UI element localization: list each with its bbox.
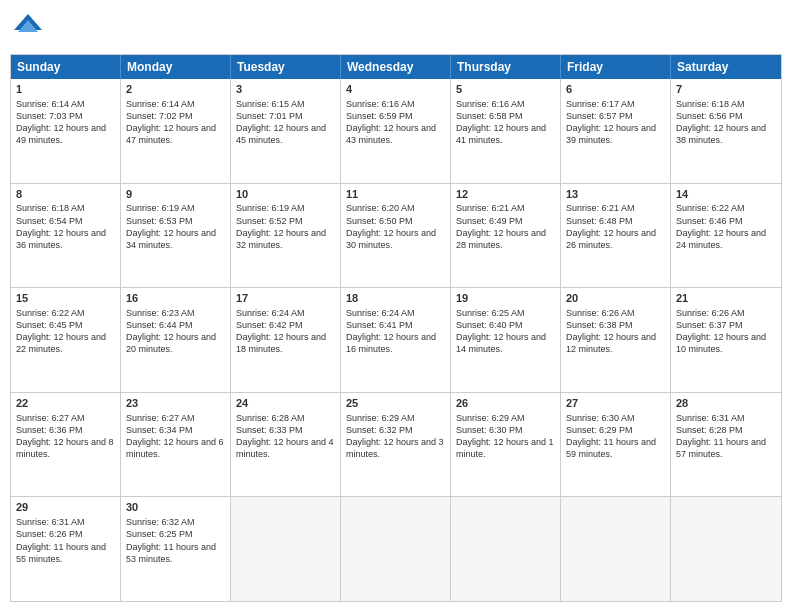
sunset: Sunset: 6:32 PM (346, 425, 413, 435)
sunrise: Sunrise: 6:32 AM (126, 517, 195, 527)
day-number: 20 (566, 291, 665, 306)
sunrise: Sunrise: 6:19 AM (236, 203, 305, 213)
daylight: Daylight: 12 hours and 16 minutes. (346, 332, 436, 354)
sunrise: Sunrise: 6:21 AM (456, 203, 525, 213)
sunrise: Sunrise: 6:15 AM (236, 99, 305, 109)
header-day-friday: Friday (561, 55, 671, 79)
sunrise: Sunrise: 6:23 AM (126, 308, 195, 318)
sunrise: Sunrise: 6:31 AM (676, 413, 745, 423)
calendar-cell: 13Sunrise: 6:21 AMSunset: 6:48 PMDayligh… (561, 184, 671, 288)
sunrise: Sunrise: 6:24 AM (346, 308, 415, 318)
daylight: Daylight: 12 hours and 20 minutes. (126, 332, 216, 354)
calendar-cell: 20Sunrise: 6:26 AMSunset: 6:38 PMDayligh… (561, 288, 671, 392)
calendar-cell (451, 497, 561, 601)
sunrise: Sunrise: 6:20 AM (346, 203, 415, 213)
sunrise: Sunrise: 6:26 AM (566, 308, 635, 318)
daylight: Daylight: 12 hours and 4 minutes. (236, 437, 334, 459)
sunset: Sunset: 6:50 PM (346, 216, 413, 226)
calendar-cell: 22Sunrise: 6:27 AMSunset: 6:36 PMDayligh… (11, 393, 121, 497)
day-number: 28 (676, 396, 776, 411)
calendar-cell: 24Sunrise: 6:28 AMSunset: 6:33 PMDayligh… (231, 393, 341, 497)
calendar-cell (231, 497, 341, 601)
sunrise: Sunrise: 6:14 AM (16, 99, 85, 109)
page: SundayMondayTuesdayWednesdayThursdayFrid… (0, 0, 792, 612)
daylight: Daylight: 12 hours and 12 minutes. (566, 332, 656, 354)
day-number: 26 (456, 396, 555, 411)
day-number: 14 (676, 187, 776, 202)
day-number: 7 (676, 82, 776, 97)
daylight: Daylight: 12 hours and 6 minutes. (126, 437, 224, 459)
daylight: Daylight: 12 hours and 38 minutes. (676, 123, 766, 145)
daylight: Daylight: 12 hours and 43 minutes. (346, 123, 436, 145)
calendar-cell: 27Sunrise: 6:30 AMSunset: 6:29 PMDayligh… (561, 393, 671, 497)
day-number: 12 (456, 187, 555, 202)
logo (10, 10, 50, 46)
daylight: Daylight: 11 hours and 55 minutes. (16, 542, 106, 564)
sunrise: Sunrise: 6:16 AM (346, 99, 415, 109)
sunrise: Sunrise: 6:31 AM (16, 517, 85, 527)
sunrise: Sunrise: 6:26 AM (676, 308, 745, 318)
calendar-cell: 21Sunrise: 6:26 AMSunset: 6:37 PMDayligh… (671, 288, 781, 392)
daylight: Daylight: 12 hours and 30 minutes. (346, 228, 436, 250)
day-number: 29 (16, 500, 115, 515)
calendar-cell: 17Sunrise: 6:24 AMSunset: 6:42 PMDayligh… (231, 288, 341, 392)
sunset: Sunset: 6:42 PM (236, 320, 303, 330)
calendar-cell: 25Sunrise: 6:29 AMSunset: 6:32 PMDayligh… (341, 393, 451, 497)
daylight: Daylight: 12 hours and 45 minutes. (236, 123, 326, 145)
sunset: Sunset: 6:29 PM (566, 425, 633, 435)
sunset: Sunset: 6:54 PM (16, 216, 83, 226)
calendar-cell: 9Sunrise: 6:19 AMSunset: 6:53 PMDaylight… (121, 184, 231, 288)
sunset: Sunset: 6:44 PM (126, 320, 193, 330)
sunset: Sunset: 6:57 PM (566, 111, 633, 121)
calendar: SundayMondayTuesdayWednesdayThursdayFrid… (10, 54, 782, 602)
day-number: 9 (126, 187, 225, 202)
daylight: Daylight: 12 hours and 22 minutes. (16, 332, 106, 354)
sunrise: Sunrise: 6:29 AM (456, 413, 525, 423)
sunset: Sunset: 6:49 PM (456, 216, 523, 226)
sunrise: Sunrise: 6:16 AM (456, 99, 525, 109)
day-number: 10 (236, 187, 335, 202)
calendar-row: 1Sunrise: 6:14 AMSunset: 7:03 PMDaylight… (11, 79, 781, 184)
day-number: 6 (566, 82, 665, 97)
sunrise: Sunrise: 6:17 AM (566, 99, 635, 109)
sunset: Sunset: 6:45 PM (16, 320, 83, 330)
sunset: Sunset: 6:46 PM (676, 216, 743, 226)
header-day-saturday: Saturday (671, 55, 781, 79)
sunset: Sunset: 6:48 PM (566, 216, 633, 226)
sunset: Sunset: 6:37 PM (676, 320, 743, 330)
calendar-cell: 29Sunrise: 6:31 AMSunset: 6:26 PMDayligh… (11, 497, 121, 601)
calendar-cell: 10Sunrise: 6:19 AMSunset: 6:52 PMDayligh… (231, 184, 341, 288)
calendar-cell (561, 497, 671, 601)
calendar-cell: 12Sunrise: 6:21 AMSunset: 6:49 PMDayligh… (451, 184, 561, 288)
calendar-cell: 28Sunrise: 6:31 AMSunset: 6:28 PMDayligh… (671, 393, 781, 497)
calendar-cell: 6Sunrise: 6:17 AMSunset: 6:57 PMDaylight… (561, 79, 671, 183)
sunrise: Sunrise: 6:29 AM (346, 413, 415, 423)
daylight: Daylight: 12 hours and 8 minutes. (16, 437, 114, 459)
sunrise: Sunrise: 6:19 AM (126, 203, 195, 213)
daylight: Daylight: 12 hours and 39 minutes. (566, 123, 656, 145)
day-number: 8 (16, 187, 115, 202)
calendar-cell: 3Sunrise: 6:15 AMSunset: 7:01 PMDaylight… (231, 79, 341, 183)
sunset: Sunset: 6:52 PM (236, 216, 303, 226)
daylight: Daylight: 12 hours and 1 minute. (456, 437, 554, 459)
daylight: Daylight: 12 hours and 10 minutes. (676, 332, 766, 354)
calendar-cell: 2Sunrise: 6:14 AMSunset: 7:02 PMDaylight… (121, 79, 231, 183)
header-day-monday: Monday (121, 55, 231, 79)
calendar-cell (341, 497, 451, 601)
calendar-cell: 18Sunrise: 6:24 AMSunset: 6:41 PMDayligh… (341, 288, 451, 392)
calendar-cell: 5Sunrise: 6:16 AMSunset: 6:58 PMDaylight… (451, 79, 561, 183)
calendar-cell (671, 497, 781, 601)
sunset: Sunset: 6:25 PM (126, 529, 193, 539)
calendar-cell: 30Sunrise: 6:32 AMSunset: 6:25 PMDayligh… (121, 497, 231, 601)
daylight: Daylight: 12 hours and 24 minutes. (676, 228, 766, 250)
calendar-cell: 15Sunrise: 6:22 AMSunset: 6:45 PMDayligh… (11, 288, 121, 392)
sunset: Sunset: 6:34 PM (126, 425, 193, 435)
sunset: Sunset: 7:03 PM (16, 111, 83, 121)
calendar-body: 1Sunrise: 6:14 AMSunset: 7:03 PMDaylight… (11, 79, 781, 601)
calendar-cell: 14Sunrise: 6:22 AMSunset: 6:46 PMDayligh… (671, 184, 781, 288)
calendar-cell: 7Sunrise: 6:18 AMSunset: 6:56 PMDaylight… (671, 79, 781, 183)
sunrise: Sunrise: 6:14 AM (126, 99, 195, 109)
sunset: Sunset: 6:28 PM (676, 425, 743, 435)
sunset: Sunset: 6:53 PM (126, 216, 193, 226)
calendar-cell: 26Sunrise: 6:29 AMSunset: 6:30 PMDayligh… (451, 393, 561, 497)
